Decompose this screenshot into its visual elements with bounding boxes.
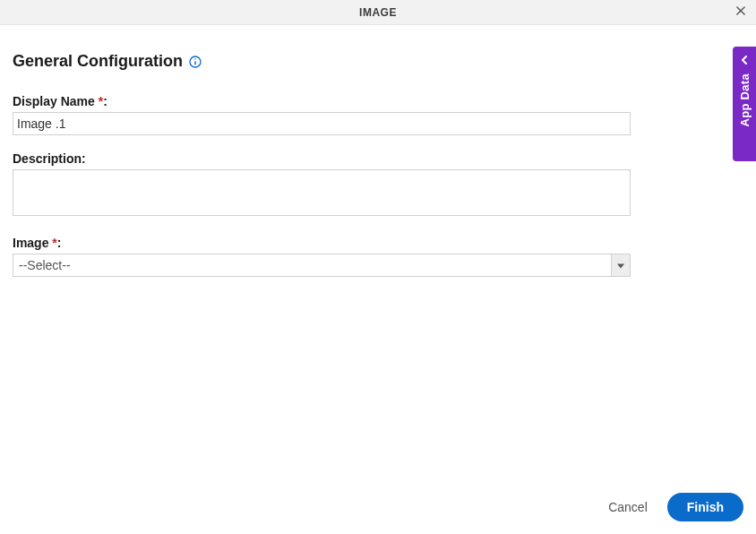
cancel-button[interactable]: Cancel xyxy=(608,500,648,514)
app-data-side-tab[interactable]: App Data xyxy=(733,47,756,161)
close-icon xyxy=(735,4,747,21)
section-title: General Configuration xyxy=(13,52,183,71)
modal-footer: Cancel Finish xyxy=(608,493,743,521)
description-textarea[interactable] xyxy=(13,169,631,216)
form-content: General Configuration Display Name *: De… xyxy=(0,25,756,277)
section-header: General Configuration xyxy=(13,52,743,71)
chevron-down-icon xyxy=(617,257,624,273)
description-group: Description: xyxy=(13,151,743,220)
image-select-arrow-button[interactable] xyxy=(611,254,631,277)
finish-button[interactable]: Finish xyxy=(667,493,743,521)
modal-header: IMAGE xyxy=(0,0,756,25)
side-tab-label: App Data xyxy=(738,73,752,126)
image-select-display[interactable]: --Select-- xyxy=(13,254,611,277)
image-select[interactable]: --Select-- xyxy=(13,254,631,277)
svg-marker-5 xyxy=(617,264,624,269)
display-name-label: Display Name *: xyxy=(13,94,743,108)
label-colon: : xyxy=(103,94,107,108)
svg-point-4 xyxy=(194,58,195,59)
image-label-text: Image xyxy=(13,236,48,250)
display-name-group: Display Name *: xyxy=(13,94,743,135)
label-colon: : xyxy=(57,236,62,250)
image-label: Image *: xyxy=(13,236,743,250)
close-button[interactable] xyxy=(733,4,749,21)
display-name-input[interactable] xyxy=(13,112,631,135)
display-name-label-text: Display Name xyxy=(13,94,95,108)
info-icon[interactable] xyxy=(188,55,202,69)
image-group: Image *: --Select-- xyxy=(13,236,743,277)
description-label: Description: xyxy=(13,151,743,166)
modal-title: IMAGE xyxy=(359,6,397,19)
chevron-left-icon xyxy=(738,54,751,66)
